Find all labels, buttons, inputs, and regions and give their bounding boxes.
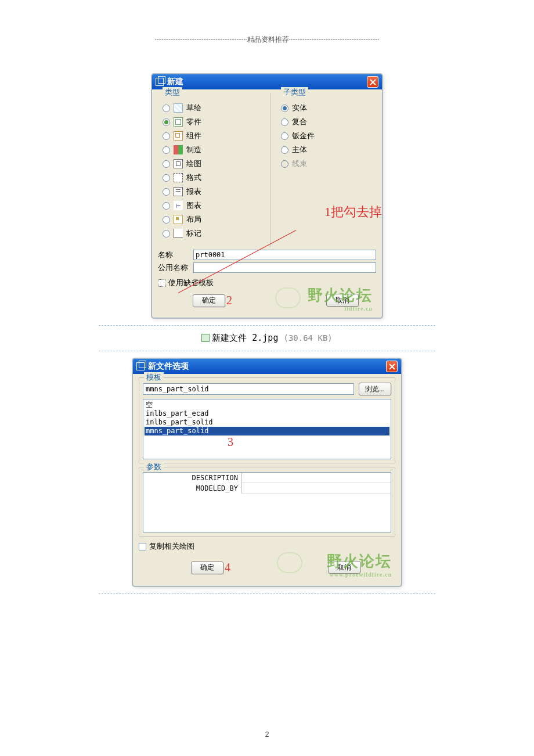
list-item-inlbs-solid[interactable]: inlbs_part_solid bbox=[145, 418, 389, 427]
subtype-harness-label: 线束 bbox=[292, 159, 307, 169]
list-item-mmns-solid-label: mmns_part_solid bbox=[146, 427, 208, 435]
markup-icon bbox=[174, 229, 183, 238]
type-report-row[interactable]: 报表 bbox=[161, 185, 261, 199]
assembly-icon bbox=[174, 131, 183, 141]
type-drawing-row[interactable]: 绘图 bbox=[161, 157, 261, 171]
type-diagram-label: 图表 bbox=[186, 200, 201, 211]
template-input[interactable] bbox=[143, 383, 354, 395]
template-legend: 模板 bbox=[144, 372, 164, 383]
list-item-inlbs-ecad[interactable]: inlbs_part_ecad bbox=[145, 409, 389, 418]
params-table: DESCRIPTION MODELED_BY bbox=[143, 472, 391, 532]
watermark: 野火论坛 www.proewildfire.cn bbox=[327, 551, 392, 578]
type-manufacturing-row[interactable]: 制造 bbox=[161, 143, 261, 157]
radio-icon bbox=[163, 105, 170, 112]
subtype-harness-row: 线束 bbox=[280, 157, 373, 171]
separator bbox=[99, 351, 435, 351]
subtype-solid-row[interactable]: 实体 bbox=[280, 101, 373, 115]
common-name-input[interactable] bbox=[193, 262, 376, 273]
new-file-options-dialog: 新文件选项 模板 浏览... 空 inlbs_part_ecad inlbs_p… bbox=[132, 358, 402, 586]
name-row: 名称 bbox=[158, 250, 376, 260]
template-listbox[interactable]: 空 inlbs_part_ecad inlbs_part_solid mmns_… bbox=[143, 399, 391, 459]
subtype-sheetmetal-row[interactable]: 钣金件 bbox=[280, 129, 373, 143]
watermark: 野火论坛 ildfire.cn bbox=[308, 285, 373, 312]
name-input[interactable] bbox=[193, 250, 376, 260]
ok-button[interactable]: 确定 bbox=[193, 294, 225, 307]
type-diagram-row[interactable]: ⊢图表 bbox=[161, 199, 261, 213]
separator bbox=[99, 325, 435, 326]
header-dots-left: ········································… bbox=[155, 35, 247, 44]
subtype-body-row[interactable]: 主体 bbox=[280, 143, 373, 157]
common-name-row: 公用名称 bbox=[158, 262, 376, 273]
param-description-row[interactable]: DESCRIPTION bbox=[143, 473, 391, 483]
type-assembly-label: 组件 bbox=[186, 131, 201, 141]
dialog-title: 新文件选项 bbox=[148, 361, 189, 372]
titlebar[interactable]: 新文件选项 bbox=[133, 359, 401, 374]
type-part-row[interactable]: 零件 bbox=[161, 115, 261, 129]
type-markup-label: 标记 bbox=[186, 228, 201, 239]
type-format-row[interactable]: 格式 bbox=[161, 171, 261, 185]
param-modeledby-label: MODELED_BY bbox=[143, 483, 242, 494]
dialog-title: 新建 bbox=[167, 77, 183, 87]
subtype-composite-label: 复合 bbox=[292, 117, 307, 127]
subtype-composite-row[interactable]: 复合 bbox=[280, 115, 373, 129]
caption-filename: 新建文件 2.jpg bbox=[212, 333, 278, 343]
part-icon bbox=[174, 117, 183, 127]
radio-icon bbox=[163, 174, 170, 182]
param-modeledby-value[interactable] bbox=[242, 483, 391, 494]
radio-icon-disabled bbox=[281, 160, 288, 168]
type-markup-row[interactable]: 标记 bbox=[161, 226, 261, 240]
browse-label: 浏览... bbox=[365, 384, 385, 394]
format-icon bbox=[174, 173, 183, 182]
type-sketch-label: 草绘 bbox=[186, 103, 201, 113]
window-icon bbox=[156, 78, 164, 86]
annotation-1: 1把勾去掉 bbox=[324, 203, 382, 221]
close-button[interactable] bbox=[367, 76, 378, 88]
radio-icon bbox=[163, 132, 170, 140]
report-icon bbox=[174, 187, 183, 196]
radio-icon bbox=[281, 118, 288, 126]
sketch-icon bbox=[174, 103, 183, 113]
radio-icon bbox=[163, 202, 170, 210]
list-item-empty[interactable]: 空 bbox=[145, 401, 389, 409]
document-header: ········································… bbox=[99, 35, 435, 45]
watermark-text: 野火论坛 bbox=[308, 287, 373, 304]
list-item-mmns-solid[interactable]: mmns_part_solid bbox=[145, 427, 389, 435]
type-report-label: 报表 bbox=[186, 186, 201, 197]
browse-button[interactable]: 浏览... bbox=[359, 383, 391, 395]
radio-icon-checked bbox=[163, 118, 170, 126]
titlebar[interactable]: 新建 bbox=[152, 74, 382, 89]
radio-icon bbox=[163, 146, 170, 154]
ok-button[interactable]: 确定 bbox=[191, 561, 223, 574]
layout-icon bbox=[174, 215, 183, 224]
subtype-legend: 子类型 bbox=[281, 87, 308, 98]
type-legend: 类型 bbox=[163, 87, 182, 98]
image-caption: 新建文件 2.jpg (30.64 KB) bbox=[0, 333, 534, 344]
common-name-label: 公用名称 bbox=[158, 262, 190, 273]
radio-icon bbox=[281, 146, 288, 154]
watermark-sub: www.proewildfire.cn bbox=[327, 571, 392, 578]
window-icon bbox=[136, 362, 145, 370]
watermark-text: 野火论坛 bbox=[327, 553, 392, 570]
params-legend: 参数 bbox=[144, 462, 164, 472]
radio-icon bbox=[163, 230, 170, 237]
ok-label: 确定 bbox=[200, 563, 214, 573]
header-text: 精品资料推荐 bbox=[247, 35, 289, 45]
radio-icon bbox=[163, 216, 170, 224]
type-part-label: 零件 bbox=[186, 117, 201, 127]
param-modeledby-row[interactable]: MODELED_BY bbox=[143, 483, 391, 494]
diagram-icon: ⊢ bbox=[174, 201, 183, 210]
watermark-logo bbox=[277, 552, 302, 573]
param-description-value[interactable] bbox=[242, 473, 391, 483]
header-dots-right: ········································… bbox=[289, 35, 380, 44]
radio-icon-checked bbox=[281, 105, 288, 112]
ok-label: 确定 bbox=[202, 296, 216, 305]
type-layout-row[interactable]: 布局 bbox=[161, 213, 261, 226]
subtype-sheetmetal-label: 钣金件 bbox=[292, 131, 315, 141]
param-description-label: DESCRIPTION bbox=[143, 473, 242, 483]
type-assembly-row[interactable]: 组件 bbox=[161, 129, 261, 143]
close-button[interactable] bbox=[386, 361, 398, 372]
type-format-label: 格式 bbox=[186, 172, 201, 183]
type-sketch-row[interactable]: 草绘 bbox=[161, 101, 261, 115]
annotation-4: 4 bbox=[225, 561, 230, 574]
copy-drawings-row[interactable]: 复制相关绘图 bbox=[139, 541, 395, 552]
